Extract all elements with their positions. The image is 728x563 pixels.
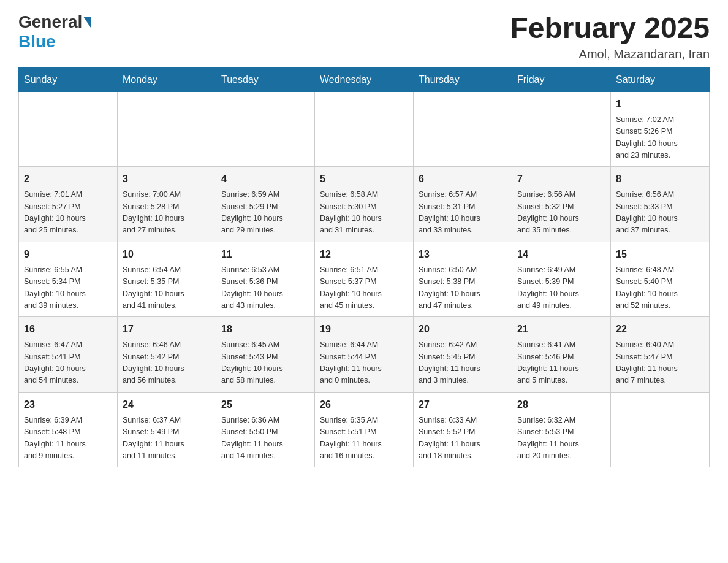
- day-info: Sunrise: 6:47 AM Sunset: 5:41 PM Dayligh…: [24, 339, 112, 387]
- day-number: 16: [24, 322, 112, 337]
- day-info: Sunrise: 6:58 AM Sunset: 5:30 PM Dayligh…: [320, 189, 408, 237]
- day-number: 18: [221, 322, 309, 337]
- calendar-week-row: 9Sunrise: 6:55 AM Sunset: 5:34 PM Daylig…: [19, 242, 710, 317]
- table-row: [512, 91, 611, 167]
- calendar-header-row: Sunday Monday Tuesday Wednesday Thursday…: [19, 67, 710, 91]
- table-row: 1Sunrise: 7:02 AM Sunset: 5:26 PM Daylig…: [611, 91, 710, 167]
- day-number: 15: [616, 247, 704, 262]
- table-row: 12Sunrise: 6:51 AM Sunset: 5:37 PM Dayli…: [315, 242, 414, 317]
- day-number: 8: [616, 172, 704, 186]
- day-info: Sunrise: 6:46 AM Sunset: 5:42 PM Dayligh…: [123, 339, 211, 387]
- day-info: Sunrise: 7:00 AM Sunset: 5:28 PM Dayligh…: [123, 189, 211, 237]
- day-number: 26: [320, 397, 408, 412]
- logo-general-text: General: [18, 12, 82, 32]
- logo: General Blue: [18, 12, 92, 52]
- day-info: Sunrise: 7:01 AM Sunset: 5:27 PM Dayligh…: [24, 189, 112, 237]
- table-row: 7Sunrise: 6:56 AM Sunset: 5:32 PM Daylig…: [512, 167, 611, 242]
- day-number: 11: [221, 247, 309, 262]
- day-number: 4: [221, 172, 309, 186]
- table-row: [216, 91, 315, 167]
- day-info: Sunrise: 6:41 AM Sunset: 5:46 PM Dayligh…: [517, 339, 605, 387]
- day-number: 23: [24, 397, 112, 412]
- table-row: [414, 91, 512, 167]
- calendar-table: Sunday Monday Tuesday Wednesday Thursday…: [18, 67, 710, 468]
- table-row: 15Sunrise: 6:48 AM Sunset: 5:40 PM Dayli…: [611, 242, 710, 317]
- col-wednesday: Wednesday: [315, 67, 414, 91]
- day-number: 5: [320, 172, 408, 186]
- day-info: Sunrise: 6:39 AM Sunset: 5:48 PM Dayligh…: [24, 415, 112, 462]
- day-info: Sunrise: 6:44 AM Sunset: 5:44 PM Dayligh…: [320, 339, 408, 387]
- table-row: 25Sunrise: 6:36 AM Sunset: 5:50 PM Dayli…: [216, 392, 315, 467]
- table-row: 23Sunrise: 6:39 AM Sunset: 5:48 PM Dayli…: [19, 392, 118, 467]
- day-info: Sunrise: 6:50 AM Sunset: 5:38 PM Dayligh…: [419, 264, 507, 312]
- day-info: Sunrise: 6:56 AM Sunset: 5:33 PM Dayligh…: [616, 189, 704, 237]
- day-info: Sunrise: 6:42 AM Sunset: 5:45 PM Dayligh…: [419, 339, 507, 387]
- col-friday: Friday: [512, 67, 611, 91]
- col-monday: Monday: [118, 67, 216, 91]
- day-info: Sunrise: 6:53 AM Sunset: 5:36 PM Dayligh…: [221, 264, 309, 312]
- day-number: 27: [419, 397, 507, 412]
- table-row: 13Sunrise: 6:50 AM Sunset: 5:38 PM Dayli…: [414, 242, 512, 317]
- day-number: 12: [320, 247, 408, 262]
- day-number: 7: [517, 172, 605, 186]
- day-number: 22: [616, 322, 704, 337]
- table-row: 28Sunrise: 6:32 AM Sunset: 5:53 PM Dayli…: [512, 392, 611, 467]
- table-row: [118, 91, 216, 167]
- logo-arrow-icon: [83, 17, 91, 28]
- col-saturday: Saturday: [611, 67, 710, 91]
- day-number: 3: [123, 172, 211, 186]
- day-info: Sunrise: 6:36 AM Sunset: 5:50 PM Dayligh…: [221, 415, 309, 462]
- day-number: 19: [320, 322, 408, 337]
- table-row: 3Sunrise: 7:00 AM Sunset: 5:28 PM Daylig…: [118, 167, 216, 242]
- day-info: Sunrise: 6:55 AM Sunset: 5:34 PM Dayligh…: [24, 264, 112, 312]
- col-thursday: Thursday: [414, 67, 512, 91]
- table-row: 18Sunrise: 6:45 AM Sunset: 5:43 PM Dayli…: [216, 317, 315, 393]
- table-row: 27Sunrise: 6:33 AM Sunset: 5:52 PM Dayli…: [414, 392, 512, 467]
- col-sunday: Sunday: [19, 67, 118, 91]
- table-row: 26Sunrise: 6:35 AM Sunset: 5:51 PM Dayli…: [315, 392, 414, 467]
- day-number: 10: [123, 247, 211, 262]
- table-row: 6Sunrise: 6:57 AM Sunset: 5:31 PM Daylig…: [414, 167, 512, 242]
- day-info: Sunrise: 6:59 AM Sunset: 5:29 PM Dayligh…: [221, 189, 309, 237]
- table-row: [315, 91, 414, 167]
- table-row: 21Sunrise: 6:41 AM Sunset: 5:46 PM Dayli…: [512, 317, 611, 393]
- day-number: 2: [24, 172, 112, 186]
- day-number: 14: [517, 247, 605, 262]
- location-text: Amol, Mazandaran, Iran: [510, 47, 710, 61]
- day-info: Sunrise: 6:37 AM Sunset: 5:49 PM Dayligh…: [123, 415, 211, 462]
- day-number: 21: [517, 322, 605, 337]
- day-number: 24: [123, 397, 211, 412]
- title-section: February 2025 Amol, Mazandaran, Iran: [510, 12, 710, 61]
- day-info: Sunrise: 6:33 AM Sunset: 5:52 PM Dayligh…: [419, 415, 507, 462]
- day-info: Sunrise: 6:56 AM Sunset: 5:32 PM Dayligh…: [517, 189, 605, 237]
- day-info: Sunrise: 7:02 AM Sunset: 5:26 PM Dayligh…: [616, 114, 704, 162]
- table-row: 5Sunrise: 6:58 AM Sunset: 5:30 PM Daylig…: [315, 167, 414, 242]
- day-info: Sunrise: 6:35 AM Sunset: 5:51 PM Dayligh…: [320, 415, 408, 462]
- logo-blue-text: Blue: [18, 32, 56, 52]
- day-number: 25: [221, 397, 309, 412]
- day-info: Sunrise: 6:49 AM Sunset: 5:39 PM Dayligh…: [517, 264, 605, 312]
- table-row: 2Sunrise: 7:01 AM Sunset: 5:27 PM Daylig…: [19, 167, 118, 242]
- col-tuesday: Tuesday: [216, 67, 315, 91]
- calendar-week-row: 2Sunrise: 7:01 AM Sunset: 5:27 PM Daylig…: [19, 167, 710, 242]
- table-row: 19Sunrise: 6:44 AM Sunset: 5:44 PM Dayli…: [315, 317, 414, 393]
- table-row: 17Sunrise: 6:46 AM Sunset: 5:42 PM Dayli…: [118, 317, 216, 393]
- day-info: Sunrise: 6:48 AM Sunset: 5:40 PM Dayligh…: [616, 264, 704, 312]
- table-row: 22Sunrise: 6:40 AM Sunset: 5:47 PM Dayli…: [611, 317, 710, 393]
- day-info: Sunrise: 6:45 AM Sunset: 5:43 PM Dayligh…: [221, 339, 309, 387]
- day-number: 9: [24, 247, 112, 262]
- table-row: 4Sunrise: 6:59 AM Sunset: 5:29 PM Daylig…: [216, 167, 315, 242]
- day-number: 20: [419, 322, 507, 337]
- day-number: 6: [419, 172, 507, 186]
- day-info: Sunrise: 6:32 AM Sunset: 5:53 PM Dayligh…: [517, 415, 605, 462]
- day-number: 13: [419, 247, 507, 262]
- day-info: Sunrise: 6:51 AM Sunset: 5:37 PM Dayligh…: [320, 264, 408, 312]
- table-row: [611, 392, 710, 467]
- day-number: 1: [616, 97, 704, 112]
- day-info: Sunrise: 6:57 AM Sunset: 5:31 PM Dayligh…: [419, 189, 507, 237]
- day-info: Sunrise: 6:40 AM Sunset: 5:47 PM Dayligh…: [616, 339, 704, 387]
- page-header: General Blue February 2025 Amol, Mazanda…: [18, 12, 710, 61]
- calendar-week-row: 1Sunrise: 7:02 AM Sunset: 5:26 PM Daylig…: [19, 91, 710, 167]
- table-row: 14Sunrise: 6:49 AM Sunset: 5:39 PM Dayli…: [512, 242, 611, 317]
- table-row: 10Sunrise: 6:54 AM Sunset: 5:35 PM Dayli…: [118, 242, 216, 317]
